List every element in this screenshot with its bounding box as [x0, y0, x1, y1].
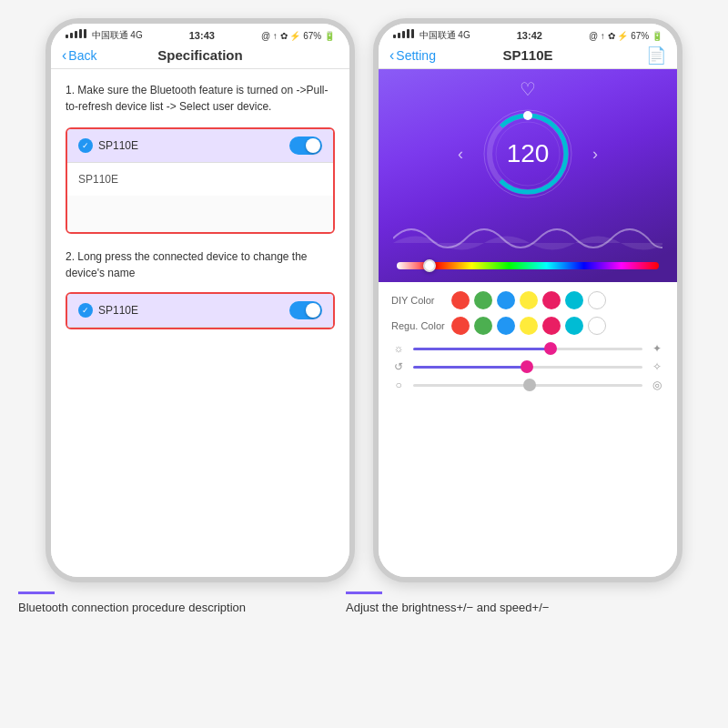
right-time: 13:42: [517, 30, 542, 41]
regu-dot-green[interactable]: [474, 317, 492, 335]
regu-color-dots: [451, 317, 606, 335]
heart-icon[interactable]: ♡: [520, 78, 536, 100]
speed-low-icon: ↺: [391, 360, 406, 373]
regu-dot-yellow[interactable]: [520, 317, 538, 335]
right-caption-line: [346, 592, 382, 594]
right-caption-block: Adjust the brightness+/− and speed+/−: [346, 592, 655, 616]
brightness-high-icon: ✦: [650, 342, 664, 355]
diy-dot-green[interactable]: [474, 291, 492, 309]
speed-slider[interactable]: [413, 366, 642, 369]
document-icon[interactable]: 📄: [646, 46, 666, 66]
right-caption-text: Adjust the brightness+/− and speed+/−: [346, 600, 655, 616]
device-item-selected-2[interactable]: ✓ SP110E: [67, 294, 333, 328]
brightness-thumb[interactable]: [544, 342, 557, 355]
regu-dot-cyan[interactable]: [565, 317, 583, 335]
dim-slider[interactable]: [413, 384, 642, 387]
left-caption-text: Bluetooth connection procedure descripti…: [18, 600, 328, 616]
diy-dot-blue[interactable]: [497, 291, 515, 309]
left-nav-bar: ‹ Back Specification: [51, 44, 349, 69]
regu-color-label: Regu. Color: [391, 320, 446, 331]
left-phone: 中国联通 4G 13:43 @ ↑ ✿ ⚡ 67% 🔋 ‹ Back Speci…: [46, 18, 355, 582]
right-arrow-icon[interactable]: ›: [592, 145, 598, 164]
right-nav-title: SP110E: [502, 47, 552, 63]
dim-thumb[interactable]: [523, 379, 536, 391]
left-carrier: 中国联通 4G: [66, 29, 143, 42]
device-name-2: SP110E: [78, 173, 118, 186]
diy-dot-pink[interactable]: [542, 291, 561, 309]
device-name-1: SP110E: [98, 139, 138, 152]
toggle-1[interactable]: [289, 136, 322, 155]
regu-dot-red[interactable]: [451, 317, 470, 335]
device-item-selected-1[interactable]: ✓ SP110E: [67, 129, 333, 163]
device-list-2: ✓ SP110E: [66, 292, 335, 329]
left-caption-line: [18, 592, 55, 594]
brightness-low-icon: ☼: [391, 342, 406, 355]
rainbow-slider[interactable]: [397, 262, 659, 269]
right-carrier: 中国联通 4G: [393, 29, 470, 42]
right-battery-icons: @ ↑ ✿ ⚡ 67% 🔋: [589, 31, 662, 41]
diy-color-dots: [451, 291, 606, 309]
dial-number: 120: [507, 139, 550, 168]
speed-slider-row: ↺ ✧: [391, 360, 664, 373]
color-slider-row: [393, 262, 662, 269]
right-nav-bar: ‹ Setting SP110E 📄: [379, 44, 677, 69]
left-phone-content: 1. Make sure the Bluetooth feature is tu…: [51, 69, 349, 577]
diy-color-row: DIY Color: [391, 291, 664, 309]
step1-text: 1. Make sure the Bluetooth feature is tu…: [66, 82, 335, 115]
device-item-plain-1[interactable]: SP110E: [67, 163, 333, 196]
diy-dot-red[interactable]: [451, 291, 470, 309]
left-nav-title: Specification: [157, 47, 242, 63]
left-caption-block: Bluetooth connection procedure descripti…: [18, 592, 328, 616]
controls-section: DIY Color Regu. Color: [379, 282, 677, 577]
speed-high-icon: ✧: [650, 360, 664, 373]
regu-dot-blue[interactable]: [497, 317, 515, 335]
right-status-bar: 中国联通 4G 13:42 @ ↑ ✿ ⚡ 67% 🔋: [379, 24, 677, 44]
left-battery-icons: @ ↑ ✿ ⚡ 67% 🔋: [261, 31, 335, 41]
dial[interactable]: 120: [478, 104, 578, 204]
device-list-1: ✓ SP110E SP110E: [66, 127, 335, 234]
left-status-bar: 中国联通 4G 13:43 @ ↑ ✿ ⚡ 67% 🔋: [51, 24, 349, 44]
dim-high-icon: ◎: [650, 379, 664, 391]
brightness-slider-row: ☼ ✦: [391, 342, 664, 355]
toggle-2[interactable]: [289, 301, 322, 319]
regu-dot-pink[interactable]: [542, 317, 561, 335]
dial-container: ‹ 120 ›: [458, 104, 598, 204]
check-icon-2: ✓: [78, 303, 93, 318]
right-back-button[interactable]: ‹ Setting: [389, 47, 436, 64]
svg-point-3: [523, 111, 532, 120]
regu-dot-empty[interactable]: [588, 317, 606, 335]
left-back-button[interactable]: ‹ Back: [62, 47, 96, 64]
dim-low-icon: ○: [391, 379, 406, 391]
device-name-3: SP110E: [98, 304, 138, 317]
check-icon-1: ✓: [78, 138, 93, 153]
left-chevron-icon: ‹: [62, 47, 66, 64]
rainbow-slider-thumb[interactable]: [423, 259, 436, 272]
dim-slider-row: ○ ◎: [391, 379, 664, 391]
left-arrow-icon[interactable]: ‹: [458, 145, 463, 164]
speed-thumb[interactable]: [521, 360, 533, 373]
right-chevron-icon: ‹: [389, 47, 394, 64]
diy-color-label: DIY Color: [391, 295, 446, 306]
diy-dot-cyan[interactable]: [565, 291, 583, 309]
device-list-empty: [67, 196, 333, 232]
right-phone: 中国联通 4G 13:42 @ ↑ ✿ ⚡ 67% 🔋 ‹ Setting SP…: [373, 18, 682, 582]
wave-section: [393, 211, 662, 257]
diy-dot-empty[interactable]: [588, 291, 606, 309]
step2-text: 2. Long press the connected device to ch…: [66, 248, 335, 281]
diy-dot-yellow[interactable]: [520, 291, 538, 309]
captions-row: Bluetooth connection procedure descripti…: [0, 582, 728, 616]
gradient-section: ♡ ‹ 120: [379, 69, 677, 282]
regu-color-row: Regu. Color: [391, 317, 664, 335]
brightness-slider[interactable]: [413, 348, 642, 350]
left-time: 13:43: [189, 30, 215, 41]
